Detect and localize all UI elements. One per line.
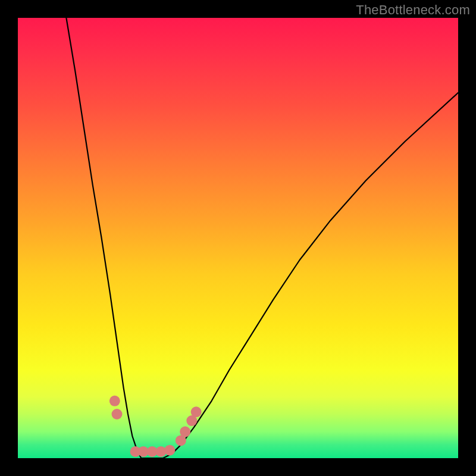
- chart-frame: TheBottleneck.com: [0, 0, 476, 476]
- watermark-text: TheBottleneck.com: [356, 2, 470, 18]
- curve-layer: [18, 18, 458, 458]
- data-marker: [109, 396, 120, 406]
- data-marker: [180, 427, 190, 437]
- plot-area: [18, 18, 458, 458]
- curve-markers: [109, 396, 202, 457]
- data-marker: [112, 409, 123, 419]
- data-marker: [164, 445, 175, 456]
- bottleneck-curve: [66, 18, 458, 458]
- data-marker: [191, 406, 202, 417]
